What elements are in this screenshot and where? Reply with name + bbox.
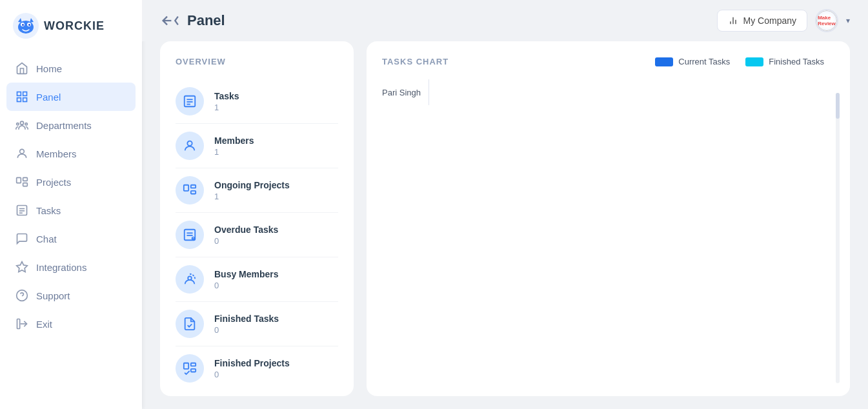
- chart-person-label: Pari Singh: [382, 79, 421, 105]
- svg-rect-16: [17, 177, 21, 183]
- overview-card: OVERVIEW Tasks 1: [160, 41, 354, 396]
- back-arrow-icon: [160, 14, 174, 28]
- ongoing-projects-info: Ongoing Projects 1: [214, 180, 290, 201]
- ongoing-projects-label: Ongoing Projects: [214, 180, 290, 190]
- overview-item-finished-projects: Finished Projects 0: [176, 346, 338, 390]
- sidebar-item-departments[interactable]: Departments: [0, 111, 142, 139]
- sidebar-projects-label: Projects: [36, 177, 71, 188]
- svg-point-5: [28, 24, 30, 26]
- sidebar-departments-label: Departments: [36, 120, 92, 131]
- tasks-overview-icon: [183, 94, 197, 108]
- current-tasks-legend-label: Current Tasks: [678, 57, 730, 66]
- integrations-icon: [15, 261, 28, 274]
- sidebar-item-integrations[interactable]: Integrations: [0, 253, 142, 281]
- sidebar-item-tasks[interactable]: Tasks: [0, 196, 142, 224]
- bar-chart-icon: [728, 15, 738, 26]
- overview-item-finished-tasks: Finished Tasks 0: [176, 302, 338, 346]
- ongoing-projects-value: 1: [214, 192, 290, 201]
- overview-item-overdue-tasks: Overdue Tasks 0: [176, 213, 338, 257]
- sidebar-integrations-label: Integrations: [36, 262, 86, 273]
- avatar-label: MakeReview: [818, 15, 836, 26]
- chart-bars-area: [429, 79, 834, 105]
- sidebar-item-home[interactable]: Home: [0, 54, 142, 83]
- scrollbar-thumb[interactable]: [836, 93, 840, 119]
- projects-icon: [15, 175, 28, 188]
- tasks-label: Tasks: [214, 91, 239, 101]
- overview-item-busy-members: Busy Members 0: [176, 257, 338, 302]
- sidebar-members-label: Members: [36, 148, 77, 159]
- logo-area: WORCKIE: [0, 13, 142, 54]
- avatar-inner: MakeReview: [816, 10, 837, 31]
- svg-point-43: [193, 239, 194, 239]
- overview-item-ongoing-projects: Ongoing Projects 1: [176, 168, 338, 213]
- sidebar-item-members[interactable]: Members: [0, 139, 142, 168]
- svg-rect-47: [191, 369, 196, 372]
- tasks-chart-card: TASKS CHART Current Tasks Finished Tasks…: [367, 41, 850, 396]
- finished-tasks-label: Finished Tasks: [214, 314, 279, 324]
- overdue-tasks-overview-icon: [183, 228, 197, 242]
- members-icon: [15, 147, 28, 160]
- topbar: Panel My Company MakeReview ▾: [142, 0, 868, 41]
- svg-point-15: [20, 149, 25, 154]
- chart-area: Pari Singh: [382, 79, 834, 105]
- sidebar-item-projects[interactable]: Projects: [0, 168, 142, 196]
- sidebar-tasks-label: Tasks: [36, 205, 61, 216]
- sidebar-item-chat[interactable]: Chat: [0, 224, 142, 253]
- support-icon: [15, 289, 28, 302]
- chart-labels: Pari Singh: [382, 79, 429, 105]
- sidebar-item-support[interactable]: Support: [0, 281, 142, 310]
- finished-tasks-value: 0: [214, 325, 279, 335]
- svg-rect-11: [23, 98, 27, 102]
- avatar[interactable]: MakeReview: [815, 9, 838, 32]
- ongoing-projects-icon-circle: [176, 176, 204, 204]
- exit-icon: [15, 317, 28, 330]
- chevron-down-icon[interactable]: ▾: [846, 16, 850, 25]
- sidebar-panel-label: Panel: [36, 92, 61, 103]
- sidebar-item-panel[interactable]: Panel: [6, 83, 136, 111]
- sidebar: WORCKIE Home Panel Departments: [0, 0, 142, 409]
- sidebar-item-exit[interactable]: Exit: [0, 310, 142, 338]
- finished-tasks-info: Finished Tasks 0: [214, 314, 279, 335]
- sidebar-chat-label: Chat: [36, 234, 57, 244]
- legend-current-tasks: Current Tasks: [655, 57, 730, 66]
- members-info: Members 1: [214, 135, 254, 157]
- svg-rect-10: [17, 98, 21, 102]
- svg-rect-17: [23, 177, 28, 181]
- busy-members-info: Busy Members 0: [214, 269, 279, 290]
- tasks-icon: [15, 204, 28, 217]
- finished-projects-value: 0: [214, 370, 290, 379]
- logo-icon: [13, 13, 39, 39]
- svg-rect-35: [184, 185, 188, 191]
- finished-projects-info: Finished Projects 0: [214, 358, 290, 379]
- svg-marker-23: [17, 262, 28, 272]
- svg-rect-45: [184, 363, 188, 369]
- svg-rect-9: [23, 92, 27, 96]
- members-value: 1: [214, 147, 254, 157]
- sidebar-support-label: Support: [36, 290, 70, 301]
- content-area: OVERVIEW Tasks 1: [142, 41, 868, 409]
- topbar-right: My Company MakeReview ▾: [717, 9, 850, 32]
- busy-members-label: Busy Members: [214, 269, 279, 279]
- back-arrow-second-icon: [174, 14, 179, 28]
- busy-members-icon-circle: [176, 265, 204, 294]
- svg-point-4: [22, 24, 24, 26]
- svg-point-34: [187, 141, 192, 146]
- scrollbar-track[interactable]: [836, 93, 840, 383]
- svg-rect-18: [23, 183, 28, 186]
- svg-rect-36: [191, 185, 196, 188]
- overdue-tasks-icon-circle: [176, 221, 204, 249]
- busy-members-value: 0: [214, 281, 279, 290]
- chat-icon: [15, 232, 28, 245]
- finished-projects-label: Finished Projects: [214, 358, 290, 368]
- overdue-tasks-value: 0: [214, 236, 278, 246]
- topbar-left: Panel: [160, 12, 225, 29]
- finished-projects-overview-icon: [183, 361, 197, 375]
- members-icon-circle: [176, 132, 204, 160]
- back-button[interactable]: [160, 14, 179, 28]
- company-label: My Company: [743, 15, 796, 26]
- current-tasks-color-swatch: [655, 57, 673, 66]
- overdue-tasks-label: Overdue Tasks: [214, 224, 278, 235]
- departments-icon: [15, 119, 28, 132]
- svg-point-1: [18, 21, 34, 34]
- company-button[interactable]: My Company: [717, 10, 807, 32]
